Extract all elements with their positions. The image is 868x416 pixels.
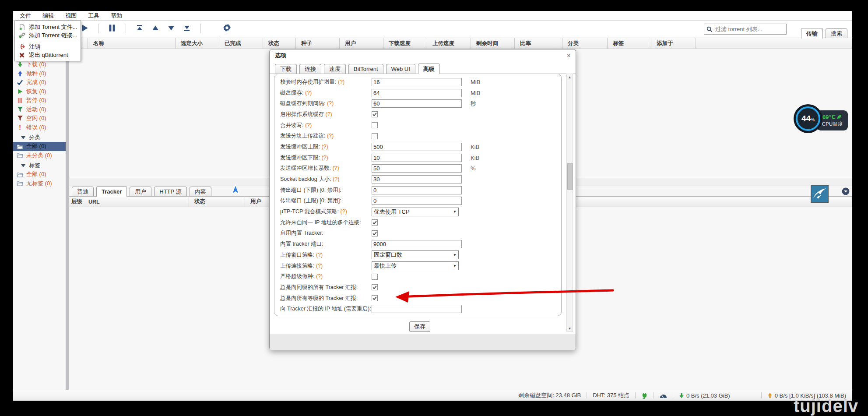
status-filter-item[interactable]: 下载 (0) (13, 60, 66, 69)
option-input[interactable] (372, 186, 462, 194)
option-input[interactable] (372, 78, 462, 86)
collapse-panel-button[interactable] (842, 187, 850, 197)
option-checkbox[interactable] (372, 122, 378, 128)
option-input[interactable] (372, 164, 462, 173)
alt-speed-icon[interactable] (660, 392, 667, 398)
scroll-up-icon[interactable]: ▲ (567, 74, 573, 80)
move-down-button[interactable] (165, 23, 177, 34)
help-link[interactable]: (?) (305, 90, 312, 96)
menu-item[interactable]: 注销 (15, 42, 81, 51)
column-header[interactable]: 状态 (263, 38, 296, 49)
help-link[interactable]: (?) (332, 165, 339, 171)
option-checkbox[interactable] (372, 219, 378, 226)
column-header[interactable]: 用户 (340, 38, 383, 49)
sidebar-item[interactable]: 未分类 (0) (13, 151, 66, 160)
sidebar-section-header[interactable]: 分类 (13, 133, 66, 142)
dialog-tab[interactable]: 高级 (418, 63, 440, 74)
column-header[interactable]: 上传速度 (427, 38, 471, 49)
panel-tab[interactable]: 内容 (190, 187, 211, 196)
option-input[interactable] (372, 89, 462, 97)
option-input[interactable] (372, 143, 462, 151)
dialog-tab[interactable]: Web UI (386, 64, 415, 74)
help-link[interactable]: (?) (327, 100, 334, 106)
sidebar-section-header[interactable]: 标签 (13, 161, 66, 170)
column-header[interactable]: 下载速度 (383, 38, 427, 49)
help-link[interactable]: (?) (327, 133, 334, 139)
menubar-item[interactable]: 文件 (14, 11, 37, 21)
save-button[interactable]: 保存 (409, 321, 430, 332)
status-filter-item[interactable]: 做种 (0) (13, 69, 66, 78)
column-header[interactable]: 添加于 (651, 38, 696, 49)
help-link[interactable]: (?) (321, 144, 328, 150)
column-header[interactable]: 分类 (562, 38, 608, 49)
move-up-button[interactable] (150, 23, 161, 34)
scrollbar-thumb[interactable] (567, 163, 573, 190)
option-select[interactable]: 最快上传▼ (372, 261, 459, 270)
sidebar-item[interactable]: 无标签 (0) (13, 179, 66, 188)
dialog-tab[interactable]: 连接 (299, 64, 321, 74)
help-link[interactable]: (?) (305, 122, 312, 128)
menubar-item[interactable]: 编辑 (37, 11, 60, 21)
help-link[interactable]: (?) (338, 79, 344, 85)
vertical-splitter[interactable] (66, 38, 69, 390)
help-link[interactable]: (?) (341, 208, 347, 215)
sidebar-item[interactable]: 全部 (0) (13, 142, 66, 151)
panel-tab[interactable]: HTTP 源 (154, 187, 186, 196)
bird-logo-icon[interactable] (811, 185, 829, 204)
menubar-item[interactable]: 帮助 (105, 11, 128, 21)
move-top-button[interactable] (134, 23, 145, 34)
status-filter-item[interactable]: 完成 (0) (13, 78, 66, 87)
column-header[interactable] (696, 38, 852, 49)
dialog-tab[interactable]: 速度 (324, 64, 346, 74)
column-header[interactable]: 种子 (296, 38, 340, 49)
options-button[interactable] (221, 23, 232, 34)
option-input[interactable] (372, 154, 462, 162)
close-icon[interactable]: × (567, 52, 570, 59)
dialog-scrollbar[interactable]: ▲ ▼ (566, 74, 573, 332)
option-checkbox[interactable] (372, 274, 378, 280)
option-input[interactable] (372, 240, 462, 248)
option-input[interactable] (372, 305, 462, 313)
search-input[interactable] (714, 25, 786, 33)
menu-item[interactable]: 退出 qBittorrent (15, 51, 81, 59)
status-filter-item[interactable]: 暂停 (0) (13, 96, 66, 105)
view-tab[interactable]: 传输 (801, 28, 823, 39)
option-checkbox[interactable] (372, 230, 378, 236)
help-link[interactable]: (?) (316, 252, 323, 258)
option-input[interactable] (372, 197, 462, 205)
panel-tab[interactable]: 普通 (72, 187, 94, 196)
connection-status-icon[interactable] (641, 392, 648, 399)
tracker-column-header[interactable]: URL (83, 197, 189, 207)
help-link[interactable]: (?) (321, 155, 328, 161)
dialog-tab[interactable]: 下载 (275, 64, 297, 74)
pause-button[interactable] (106, 23, 118, 34)
option-input[interactable] (372, 175, 462, 183)
tracker-column-header[interactable]: 层级 (69, 197, 83, 207)
scroll-down-icon[interactable]: ▼ (567, 325, 573, 331)
dialog-titlebar[interactable]: 选项 × (270, 49, 576, 61)
option-input[interactable] (372, 99, 462, 108)
help-link[interactable]: (?) (325, 111, 332, 117)
help-link[interactable]: (?) (316, 263, 323, 269)
dialog-tab[interactable]: BitTorrent (348, 64, 383, 74)
option-checkbox[interactable] (372, 284, 378, 290)
option-checkbox[interactable] (372, 133, 378, 139)
menubar-item[interactable]: 工具 (82, 11, 105, 21)
status-filter-item[interactable]: 活动 (0) (13, 105, 66, 114)
help-link[interactable]: (?) (316, 273, 323, 279)
panel-tab[interactable]: Tracker (96, 186, 127, 197)
menu-item[interactable]: 添加 Torrent 链接... (15, 31, 81, 39)
option-select[interactable]: 优先使用 TCP▼ (372, 208, 459, 216)
view-tab[interactable]: 搜索 (826, 28, 847, 38)
option-checkbox[interactable] (372, 111, 378, 117)
column-header[interactable]: 选定大小 (176, 38, 219, 49)
menu-item[interactable]: 添加 Torrent 文件... (15, 23, 81, 31)
status-filter-item[interactable]: !错误 (0) (13, 123, 66, 132)
column-header[interactable]: 名称 (88, 38, 176, 49)
move-bottom-button[interactable] (181, 23, 193, 34)
option-select[interactable]: 固定窗口数▼ (372, 250, 459, 259)
status-filter-item[interactable]: 恢复 (0) (13, 87, 66, 96)
column-header[interactable]: 标签 (608, 38, 651, 49)
column-header[interactable]: 已完成 (219, 38, 263, 49)
help-link[interactable]: (?) (333, 176, 339, 182)
